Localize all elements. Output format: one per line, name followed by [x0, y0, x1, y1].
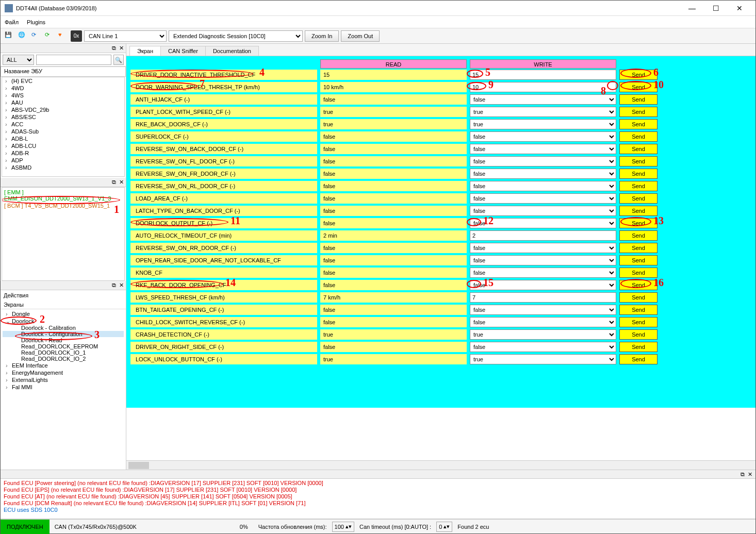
close-pane-icon[interactable]: ✕ — [119, 179, 124, 186]
refresh-spinner[interactable]: 100 ▴▾ — [332, 522, 354, 532]
close-pane-icon[interactable]: ✕ — [748, 471, 752, 478]
close-button[interactable]: ✕ — [728, 1, 751, 16]
send-button[interactable]: Send — [619, 70, 658, 80]
param-write-input[interactable] — [470, 82, 616, 92]
send-button[interactable]: Send — [619, 317, 658, 327]
send-button[interactable]: Send — [619, 156, 658, 166]
screen-tree-item[interactable]: EnergyManagement — [3, 369, 124, 376]
minimize-button[interactable]: — — [680, 1, 704, 16]
session-select[interactable]: Extended Diagnostic Session [10C0] — [169, 30, 303, 42]
ecu-tree-item[interactable]: ABS/ESC — [2, 113, 124, 121]
send-button[interactable]: Send — [619, 181, 658, 191]
send-button[interactable]: Send — [619, 230, 658, 241]
ecu-tree-item[interactable]: ACC — [2, 121, 124, 128]
close-pane-icon[interactable]: ✕ — [119, 282, 124, 289]
param-write-select[interactable]: false — [470, 169, 616, 179]
screen-tree-child[interactable]: Doorlock - Calibration — [3, 325, 124, 331]
ecu-tree-item[interactable]: ADP — [2, 157, 124, 164]
heart-icon[interactable]: ♥ — [57, 30, 69, 42]
ecu-tree-item[interactable]: ASBMD — [2, 164, 124, 171]
param-write-select[interactable]: true — [470, 107, 616, 117]
screen-tree-child[interactable]: Doorlock - Read — [3, 337, 124, 343]
globe-icon[interactable]: 🌐 — [17, 30, 28, 42]
send-button[interactable]: Send — [619, 243, 658, 253]
param-write-select[interactable]: false — [470, 342, 616, 352]
screen-tree-item[interactable]: Doorlock — [3, 318, 124, 325]
send-button[interactable]: Send — [619, 169, 658, 179]
screen-tree-item[interactable]: EEM Interface — [3, 362, 124, 369]
search-button[interactable]: 🔍 — [113, 55, 124, 65]
param-write-select[interactable]: false — [470, 181, 616, 191]
ecu-tree-item[interactable]: ADB-L — [2, 135, 124, 142]
tab-screen[interactable]: Экран — [129, 46, 161, 56]
send-button[interactable]: Send — [619, 119, 658, 129]
h-scrollbar[interactable] — [126, 460, 755, 470]
send-button[interactable]: Send — [619, 218, 658, 228]
screen-tree-child[interactable]: Doorlock - Configuration — [3, 331, 124, 337]
param-write-select[interactable]: false — [470, 131, 616, 142]
param-write-select[interactable]: true — [470, 329, 616, 340]
ecu-tree-item[interactable]: AAU — [2, 99, 124, 106]
hex-icon[interactable]: 0x — [71, 30, 82, 42]
ecu-tree-item[interactable]: ADB-LCU — [2, 142, 124, 149]
refresh-green-icon[interactable]: ⟳ — [44, 30, 55, 42]
screen-tree-item[interactable]: ExternalLights — [3, 376, 124, 383]
tab-sniffer[interactable]: CAN Sniffer — [160, 46, 206, 56]
param-write-select[interactable]: false — [470, 317, 616, 327]
ecu-tree[interactable]: (H) EVC4WD4WSAAUABS-VDC_29bABS/ESCACCADA… — [2, 77, 125, 177]
param-write-select[interactable]: false — [470, 94, 616, 105]
screen-tree-item[interactable]: Fal MMI — [3, 383, 124, 391]
undock-icon[interactable]: ⧉ — [112, 282, 116, 289]
ecu-file-list[interactable]: 1 [ EMM ] EMM_EDISON_DDT2000_SW13_1_V1_3… — [2, 187, 125, 281]
param-write-select[interactable]: false — [470, 280, 616, 290]
save-icon[interactable]: 💾 — [4, 30, 15, 42]
param-write-select[interactable]: false — [470, 206, 616, 216]
menu-plugins[interactable]: Plugins — [27, 19, 45, 25]
tab-doc[interactable]: Documentation — [205, 46, 259, 56]
menu-file[interactable]: Файл — [5, 19, 19, 25]
ecu-tree-item[interactable]: ABS-VDC_29b — [2, 106, 124, 113]
param-write-select[interactable]: true — [470, 354, 616, 364]
log-box[interactable]: Found ECU [Power steering] (no relevant … — [1, 479, 755, 519]
param-write-select[interactable]: false — [470, 218, 616, 228]
screen-tree-item[interactable]: Dongle — [3, 310, 124, 318]
param-write-input[interactable] — [470, 70, 616, 80]
param-write-input[interactable] — [470, 230, 616, 241]
send-button[interactable]: Send — [619, 354, 658, 364]
send-button[interactable]: Send — [619, 131, 658, 142]
ecu-file-item[interactable]: [ BCM ] T4_VS_BCM_DDT2000_SW15_1 — [3, 202, 123, 209]
param-write-select[interactable]: false — [470, 268, 616, 278]
zoom-in-button[interactable]: Zoom In — [305, 30, 339, 42]
param-write-input[interactable] — [470, 292, 616, 303]
param-write-select[interactable]: false — [470, 144, 616, 154]
canvas-scroll[interactable]: READWRITEDRIVER_DOOR_INACTIVE_THRESHOLD_… — [126, 56, 755, 460]
screen-tree[interactable]: DongleDoorlockDoorlock - CalibrationDoor… — [1, 309, 126, 470]
screen-tree-child[interactable]: Read_DOORLOCK_IO_2 — [3, 356, 124, 362]
ecu-tree-item[interactable]: ADAS-Sub — [2, 128, 124, 135]
param-write-select[interactable]: false — [470, 193, 616, 204]
param-write-select[interactable]: false — [470, 305, 616, 315]
send-button[interactable]: Send — [619, 268, 658, 278]
filter-input[interactable] — [36, 55, 111, 65]
ecu-tree-item[interactable]: ADB-R — [2, 149, 124, 157]
send-button[interactable]: Send — [619, 144, 658, 154]
send-button[interactable]: Send — [619, 193, 658, 204]
screen-tree-child[interactable]: Read_DOORLOCK_EEPROM — [3, 343, 124, 349]
zoom-out-button[interactable]: Zoom Out — [341, 30, 380, 42]
send-button[interactable]: Send — [619, 280, 658, 290]
ecu-tree-item[interactable]: (H) EVC — [2, 77, 124, 85]
timeout-spinner[interactable]: 0 ▴▾ — [436, 522, 452, 532]
send-button[interactable]: Send — [619, 292, 658, 303]
filter-select[interactable]: ALL — [3, 55, 34, 65]
undock-icon[interactable]: ⧉ — [112, 179, 116, 186]
send-button[interactable]: Send — [619, 107, 658, 117]
close-pane-icon[interactable]: ✕ — [119, 45, 124, 52]
send-button[interactable]: Send — [619, 94, 658, 105]
ecu-file-item[interactable]: [ EMM ] EMM_EDISON_DDT2000_SW13_1_V1_3 — [3, 189, 123, 202]
can-line-select[interactable]: CAN Line 1 — [84, 30, 167, 42]
send-button[interactable]: Send — [619, 255, 658, 265]
undock-icon[interactable]: ⧉ — [112, 45, 116, 52]
param-write-select[interactable]: false — [470, 243, 616, 253]
param-write-select[interactable]: false — [470, 156, 616, 166]
send-button[interactable]: Send — [619, 305, 658, 315]
